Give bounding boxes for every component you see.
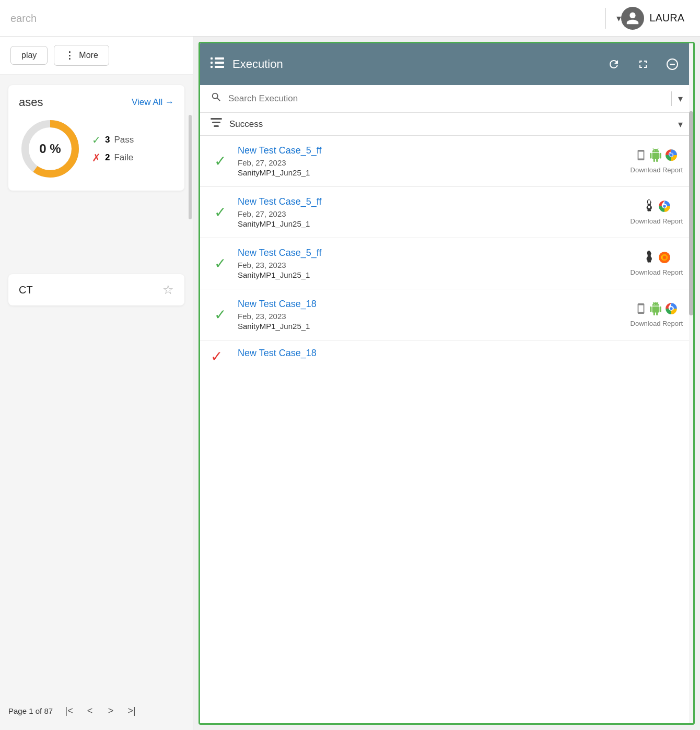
svg-point-21 [663,205,666,207]
exec-item-icons-2 [642,199,671,215]
exec-item-info-3: New Test Case_5_ff Feb, 23, 2023 SanityM… [238,248,622,279]
svg-rect-2 [211,57,213,60]
prev-page-button[interactable]: < [81,702,99,720]
exec-item-info-5: New Test Case_18 [238,348,683,361]
exec-item-icons-1 [635,148,678,164]
success-check-icon-2: ✓ [211,204,229,221]
exec-item-name-1[interactable]: New Test Case_5_ff [238,145,622,156]
android-icon-4 [649,302,662,317]
search-icon [211,91,222,106]
exec-item-name-4[interactable]: New Test Case_18 [238,299,622,310]
last-page-button[interactable]: >| [123,702,141,720]
exec-scrollbar-thumb[interactable] [689,111,693,315]
phone-icon-4 [635,303,647,316]
download-report-2[interactable]: Download Report [631,217,683,225]
svg-rect-7 [215,66,224,68]
more-button[interactable]: ⋮ More [54,45,109,66]
exec-item-icons-3 [642,251,671,266]
exec-item-info-1: New Test Case_5_ff Feb, 27, 2023 SanityM… [238,145,622,177]
linux-icon [642,199,656,215]
success-check-icon-3: ✓ [211,255,229,272]
dots-icon: ⋮ [65,50,75,61]
stats-header: ases View All → [19,96,174,109]
stats-card: ases View All → 0 % ✓ 3 [8,85,184,191]
exec-item-name-2[interactable]: New Test Case_5_ff [238,196,622,207]
fail-label: Faile [114,152,133,163]
left-scrollbar[interactable] [189,115,192,219]
success-check-icon-1: ✓ [211,152,229,170]
execution-panel: Execution [199,42,695,725]
bottom-card-label: CT [19,284,33,296]
svg-rect-3 [215,57,224,60]
list-icon [211,57,224,71]
download-report-1[interactable]: Download Report [631,166,683,174]
fail-cross-icon: ✗ [92,151,101,164]
exec-scrollbar[interactable] [689,43,693,723]
download-report-3[interactable]: Download Report [631,268,683,276]
user-area: LAURA [621,7,684,30]
phone-icon [635,149,647,163]
fail-count: 2 [105,152,110,163]
exec-item-suite-1: SanityMP1_Jun25_1 [238,168,622,177]
exec-item-name-3[interactable]: New Test Case_5_ff [238,248,622,258]
execution-header: Execution [200,43,693,85]
search-dropdown-button[interactable]: ▾ [678,93,683,104]
next-page-button[interactable]: > [102,702,120,720]
execution-item-2: ✓ New Test Case_5_ff Feb, 27, 2023 Sanit… [200,187,693,238]
first-page-button[interactable]: |< [60,702,78,720]
chrome-icon-2 [658,199,671,215]
fail-legend-item: ✗ 2 Faile [92,151,134,164]
avatar [621,7,644,30]
minimize-button[interactable] [662,54,683,75]
exec-item-name-5[interactable]: New Test Case_18 [238,348,683,359]
donut-chart: 0 % [19,117,81,180]
top-bar-divider [605,8,606,29]
more-label: More [79,51,98,60]
download-report-4[interactable]: Download Report [631,320,683,327]
execution-item-1: ✓ New Test Case_5_ff Feb, 27, 2023 Sanit… [200,136,693,187]
success-check-icon-4: ✓ [211,306,229,323]
page-info: Page 1 of 87 [8,707,53,715]
execution-item-4: ✓ New Test Case_18 Feb, 23, 2023 SanityM… [200,289,693,340]
exec-item-actions-4: Download Report [631,302,683,327]
exec-item-date-3: Feb, 23, 2023 [238,261,622,269]
stats-title: ases [19,96,43,109]
exec-item-date-1: Feb, 27, 2023 [238,158,622,167]
linux-icon-2 [642,251,656,266]
exec-item-suite-2: SanityMP1_Jun25_1 [238,219,622,228]
filter-dropdown-icon: ▾ [678,119,683,130]
display-button[interactable]: play [10,46,48,65]
fail-check-icon-5: ✓ [211,348,229,365]
exec-item-actions-1: Download Report [631,148,683,174]
bottom-card: CT ☆ [8,274,184,305]
svg-rect-4 [211,62,213,64]
refresh-button[interactable] [603,54,624,75]
expand-button[interactable] [633,54,654,75]
svg-rect-12 [214,125,219,127]
filter-icon [211,118,222,130]
exec-item-suite-4: SanityMP1_Jun25_1 [238,322,622,331]
star-icon[interactable]: ☆ [162,282,174,297]
toolbar-row: play ⋮ More [0,37,193,75]
execution-search-bar: ▾ [200,85,693,113]
firefox-icon [658,251,671,266]
svg-rect-6 [211,66,213,68]
search-input[interactable] [228,93,665,104]
left-panel: play ⋮ More ases View All → [0,37,193,730]
exec-item-actions-3: Download Report [631,251,683,276]
view-all-link[interactable]: View All → [132,97,174,108]
svg-rect-11 [212,122,220,123]
svg-point-19 [670,154,672,156]
pass-legend-item: ✓ 3 Pass [92,134,134,146]
svg-rect-5 [215,62,224,64]
stats-legend: ✓ 3 Pass ✗ 2 Faile [92,134,134,164]
filter-row: Success Failure All ▾ [200,113,693,136]
exec-item-suite-3: SanityMP1_Jun25_1 [238,270,622,279]
top-bar: earch ▾ LAURA [0,0,700,37]
chrome-icon [664,148,678,164]
top-bar-dropdown[interactable]: ▾ [616,13,621,24]
main-layout: play ⋮ More ases View All → [0,37,700,730]
user-name-label: LAURA [649,12,684,24]
search-divider [671,91,672,106]
filter-select[interactable]: Success Failure All [229,119,671,129]
